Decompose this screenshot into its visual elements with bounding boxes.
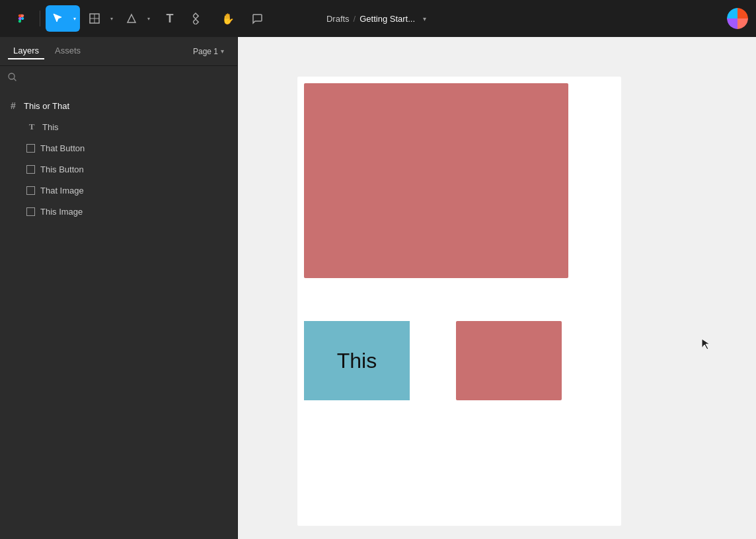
page-selector-chevron: ▾: [221, 48, 224, 55]
svg-line-6: [14, 79, 16, 81]
layer-item-this-button[interactable]: This Button: [0, 159, 237, 180]
canvas-area[interactable]: This: [238, 37, 756, 539]
left-panel: Layers Assets Page 1 ▾ # This or That: [0, 37, 238, 539]
layer-label-that-button: That Button: [40, 143, 85, 153]
tab-assets[interactable]: Assets: [50, 43, 86, 59]
shape-tool-icon: [120, 5, 143, 32]
figma-logo-button[interactable]: [8, 5, 34, 32]
layer-label-that-image: That Image: [40, 186, 84, 196]
hand-tool[interactable]: ✋: [215, 5, 241, 32]
tab-layers[interactable]: Layers: [8, 43, 44, 59]
avatar-image: [727, 8, 748, 29]
frame-layer-icon-1: [26, 144, 35, 153]
components-tool[interactable]: [186, 5, 212, 32]
panel-search-bar: [0, 66, 237, 90]
layer-item-this[interactable]: T This: [0, 116, 237, 137]
breadcrumb-drafts[interactable]: Drafts: [326, 14, 350, 24]
panel-tabs: Layers Assets: [8, 43, 188, 59]
svg-rect-3: [193, 13, 198, 18]
comment-tool[interactable]: [244, 5, 270, 32]
toolbar-divider-1: [40, 11, 40, 26]
layer-item-that-button[interactable]: That Button: [0, 137, 237, 159]
search-icon: [8, 73, 17, 83]
main-area: Layers Assets Page 1 ▾ # This or That: [0, 37, 756, 539]
breadcrumb: Drafts / Getting Start... ▾: [326, 13, 430, 24]
layer-label-this-button: This Button: [40, 164, 84, 174]
that-button-element[interactable]: [456, 321, 562, 400]
canvas-frame: This: [297, 77, 621, 526]
frame-tool[interactable]: ▾: [83, 5, 117, 32]
layer-label-this-or-that: This or That: [24, 101, 69, 111]
layer-item-this-image[interactable]: This Image: [0, 201, 237, 222]
select-tool-arrow[interactable]: ▾: [69, 5, 80, 32]
hash-icon: #: [8, 100, 19, 111]
layers-header: Layers Assets Page 1 ▾: [0, 37, 237, 66]
frame-layer-icon-3: [26, 186, 35, 195]
toolbar-right: [727, 8, 748, 29]
shape-tool[interactable]: ▾: [120, 5, 154, 32]
layer-item-this-or-that[interactable]: # This or That: [0, 95, 237, 116]
text-tool[interactable]: T: [157, 5, 183, 32]
frame-layer-icon-4: [26, 207, 35, 216]
layer-label-this: This: [42, 122, 59, 132]
select-tool-icon: [46, 5, 69, 32]
that-image-element[interactable]: [304, 83, 568, 278]
this-text-label: This: [337, 349, 377, 373]
layer-label-this-image: This Image: [40, 207, 83, 217]
toolbar: ▾ ▾ ▾ T: [0, 0, 756, 37]
this-button-element[interactable]: This: [304, 321, 410, 400]
text-layer-icon: T: [26, 122, 37, 132]
shape-tool-arrow[interactable]: ▾: [143, 5, 154, 32]
layer-item-that-image[interactable]: That Image: [0, 180, 237, 201]
layers-list: # This or That T This That Button This B…: [0, 90, 237, 539]
frame-tool-arrow[interactable]: ▾: [106, 5, 117, 32]
toolbar-left: ▾ ▾ ▾ T: [8, 5, 270, 32]
frame-layer-icon-2: [26, 165, 35, 174]
page-selector[interactable]: Page 1 ▾: [188, 44, 229, 59]
frame-tool-icon: [83, 5, 106, 32]
cursor-indicator: [700, 338, 711, 353]
svg-rect-4: [193, 19, 198, 24]
page-selector-label: Page 1: [193, 47, 218, 56]
breadcrumb-separator: /: [354, 14, 356, 24]
breadcrumb-current[interactable]: Getting Start...: [359, 14, 415, 24]
select-tool[interactable]: ▾: [46, 5, 80, 32]
breadcrumb-chevron-icon[interactable]: ▾: [419, 13, 430, 24]
avatar[interactable]: [727, 8, 748, 29]
